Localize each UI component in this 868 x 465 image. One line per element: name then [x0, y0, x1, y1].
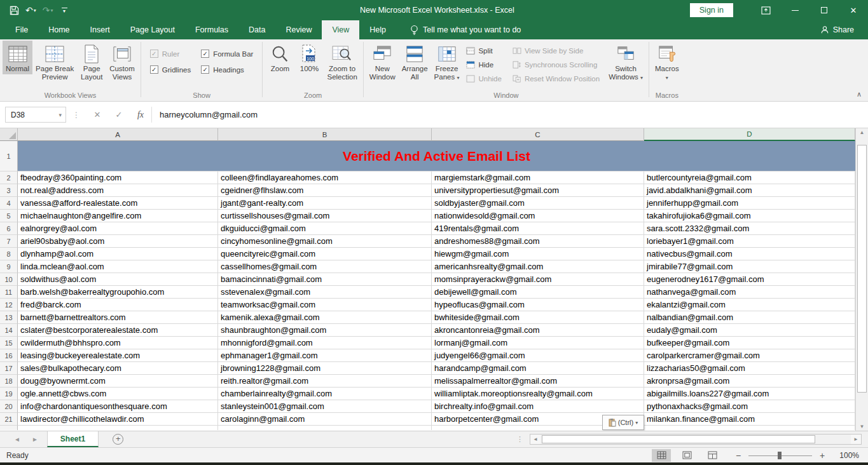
cell-A16[interactable]: leasing@buckeyerealestate.com — [18, 349, 218, 362]
cell-C2[interactable]: margiemstark@gmail.com — [432, 172, 644, 184]
row-header[interactable]: 17 — [0, 362, 18, 375]
cell-D8[interactable]: nativecbus@gmail.com — [644, 248, 855, 260]
cell-D11[interactable]: nathanvega@gmail.com — [644, 286, 855, 299]
row-header[interactable]: 20 — [0, 400, 18, 413]
row-header[interactable]: 1 — [0, 141, 18, 172]
row-header[interactable]: 21 — [0, 413, 18, 426]
horizontal-scrollbar[interactable]: ◄ ► — [530, 434, 862, 445]
custom-views-button[interactable]: CustomViews — [106, 41, 138, 83]
cell-A17[interactable]: sales@bulkapothecary.com — [18, 362, 218, 375]
scroll-down-icon[interactable]: ▼ — [856, 424, 868, 429]
cell-A14[interactable]: cslater@bestcorporaterealestate.com — [18, 324, 218, 337]
hscroll-left-icon[interactable]: ◄ — [530, 435, 541, 444]
tab-home[interactable]: Home — [38, 20, 79, 39]
cell-A10[interactable]: soldwithus@aol.com — [18, 273, 218, 286]
cell-D13[interactable]: nalbandian@gmail.com — [644, 311, 855, 324]
cell-C6[interactable]: 419rentals@gmail.com — [432, 222, 644, 235]
row-header[interactable]: 15 — [0, 337, 18, 349]
restore-button[interactable] — [809, 0, 839, 20]
row-header[interactable] — [0, 426, 18, 430]
vertical-scrollbar-thumb[interactable] — [857, 145, 867, 393]
cell-clipped[interactable] — [18, 426, 218, 430]
cell-A4[interactable]: vanessa@afford-realestate.com — [18, 197, 218, 210]
formula-bar-checkbox[interactable]: ✓Formula Bar — [201, 50, 253, 58]
page-break-preview-button[interactable]: Page BreakPreview — [32, 41, 77, 83]
cell-A15[interactable]: cwildermuth@bhhspro.com — [18, 337, 218, 349]
cell-A8[interactable]: dlynhamp@aol.com — [18, 248, 218, 260]
scroll-up-icon[interactable]: ▲ — [856, 130, 868, 135]
name-box[interactable]: D38 ▾ — [5, 107, 66, 123]
zoom-out-icon[interactable]: − — [734, 450, 742, 461]
cell-B7[interactable]: cincyhomesonline@gmail.com — [218, 235, 432, 248]
cell-B11[interactable]: sstevenalex@gmail.com — [218, 286, 432, 299]
cell-B13[interactable]: kamenik.alexa@gmail.com — [218, 311, 432, 324]
close-button[interactable]: ✕ — [839, 0, 868, 20]
cell-D19[interactable]: abigailmills.loans227@gmail.com — [644, 388, 855, 400]
status-page-break-view-button[interactable] — [703, 449, 722, 462]
freeze-panes-button[interactable]: FreezePanes ▾ — [431, 41, 463, 83]
cell-D6[interactable]: sara.scott.2332@gmail.com — [644, 222, 855, 235]
cell-A19[interactable]: ogle.annett@cbws.com — [18, 388, 218, 400]
zoom-to-selection-button[interactable]: Zoom toSelection — [324, 41, 360, 83]
cell-D4[interactable]: jenniferhupp@gmail.com — [644, 197, 855, 210]
cell-D9[interactable]: jmirabile77@gmail.com — [644, 260, 855, 273]
save-icon[interactable] — [8, 6, 21, 15]
arrange-all-button[interactable]: ArrangeAll — [399, 41, 431, 83]
macros-button[interactable]: Macros▾ — [652, 41, 682, 83]
row-header[interactable]: 16 — [0, 349, 18, 362]
cell-C12[interactable]: hypeoflucas@gmail.com — [432, 299, 644, 311]
tab-help[interactable]: Help — [359, 20, 396, 39]
cell-A9[interactable]: linda.mclean@aol.com — [18, 260, 218, 273]
cell-D2[interactable]: butlercountyreia@gmail.com — [644, 172, 855, 184]
cell-C15[interactable]: lormanj@gmail.com — [432, 337, 644, 349]
cell-A5[interactable]: michaelnaughton@angelfire.com — [18, 210, 218, 222]
row-header[interactable]: 19 — [0, 388, 18, 400]
vertical-scrollbar[interactable]: ▲ ▼ — [855, 128, 868, 431]
formula-bar-drag-handle-icon[interactable]: ⋮ — [66, 111, 86, 119]
cell-C20[interactable]: birchrealty.info@gmail.com — [432, 400, 644, 413]
status-page-layout-view-button[interactable] — [677, 449, 696, 462]
cell-B9[interactable]: cassellhomes@gmail.com — [218, 260, 432, 273]
cell-A12[interactable]: fred@barck.com — [18, 299, 218, 311]
cell-D20[interactable]: pythonaxhacks@gmail.com — [644, 400, 855, 413]
undo-dropdown-icon[interactable]: ▾ — [34, 8, 36, 13]
collapse-ribbon-icon[interactable]: ∧ — [857, 90, 862, 98]
zoom-100-button[interactable]: 100 100% — [294, 41, 324, 74]
title-cell[interactable]: Verified And Active Email List — [18, 141, 855, 172]
cell-clipped[interactable] — [644, 426, 855, 430]
cell-A6[interactable]: ealnorgrey@aol.com — [18, 222, 218, 235]
cell-B15[interactable]: mhonnigford@gmail.com — [218, 337, 432, 349]
tab-formulas[interactable]: Formulas — [185, 20, 238, 39]
tab-file[interactable]: File — [5, 20, 38, 39]
customize-qat-button[interactable]: ▾ — [62, 8, 67, 13]
cell-B21[interactable]: carolaginn@gmail.com — [218, 413, 432, 426]
sheet-tab-sheet1[interactable]: Sheet1 — [47, 431, 99, 447]
hscroll-right-icon[interactable]: ► — [851, 435, 861, 444]
gridlines-checkbox[interactable]: ✓Gridlines — [150, 65, 191, 74]
new-sheet-button[interactable]: + — [113, 434, 123, 445]
tab-page-layout[interactable]: Page Layout — [120, 20, 185, 39]
cell-A21[interactable]: lawdirector@chillicothelawdir.com — [18, 413, 218, 426]
zoom-slider[interactable] — [748, 451, 812, 460]
cell-B12[interactable]: teamworksac@gmail.com — [218, 299, 432, 311]
cell-C7[interactable]: andreshomes88@gmail.com — [432, 235, 644, 248]
cell-C16[interactable]: judyengel66@gmail.com — [432, 349, 644, 362]
cell-B19[interactable]: chamberlainrealty@gmail.com — [218, 388, 432, 400]
cell-B8[interactable]: queencityreic@gmail.com — [218, 248, 432, 260]
cell-C13[interactable]: bwhiteside@gmail.com — [432, 311, 644, 324]
cell-C5[interactable]: nationwidesold@gmail.com — [432, 210, 644, 222]
cell-C10[interactable]: momsinprayerackw@gmail.com — [432, 273, 644, 286]
cell-A20[interactable]: info@chardonantiquesonthesquare.com — [18, 400, 218, 413]
column-header-d[interactable]: D — [644, 128, 855, 141]
row-header[interactable]: 9 — [0, 260, 18, 273]
cell-B18[interactable]: reith.realtor@gmail.com — [218, 375, 432, 388]
column-header-c[interactable]: C — [432, 128, 644, 141]
ribbon-display-options-button[interactable] — [751, 0, 780, 20]
row-header[interactable]: 10 — [0, 273, 18, 286]
switch-windows-button[interactable]: SwitchWindows ▾ — [605, 41, 646, 83]
cell-B17[interactable]: jbrowning1228@gmail.com — [218, 362, 432, 375]
status-normal-view-button[interactable] — [652, 449, 671, 462]
row-header[interactable]: 13 — [0, 311, 18, 324]
row-header[interactable]: 2 — [0, 172, 18, 184]
page-layout-button[interactable]: PageLayout — [77, 41, 106, 83]
